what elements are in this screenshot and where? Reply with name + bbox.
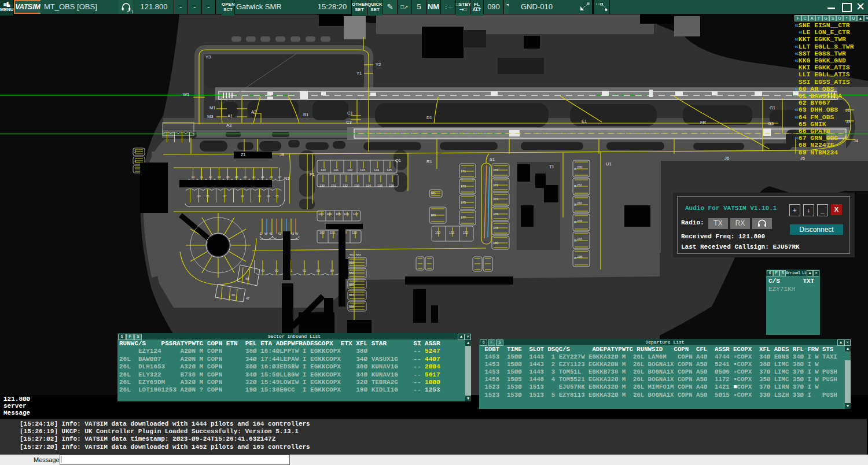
svg-text:143: 143 (360, 168, 365, 172)
svg-text:R: R (574, 167, 576, 171)
svg-text:R: R (574, 184, 576, 188)
svg-text:B1: B1 (303, 112, 308, 117)
svg-text:1: 1 (134, 159, 136, 163)
svg-text:110: 110 (352, 231, 357, 234)
svg-text:175: 175 (461, 201, 466, 204)
svg-text:131: 131 (331, 184, 336, 187)
svg-text:Q1: Q1 (395, 158, 401, 163)
svg-text:130: 130 (319, 184, 325, 187)
svg-text:17: 17 (223, 194, 227, 198)
svg-text:Y2: Y2 (376, 62, 381, 67)
svg-text:105: 105 (336, 212, 341, 216)
svg-text:47: 47 (246, 297, 249, 300)
svg-text:553: 553 (349, 261, 354, 264)
svg-text:235: 235 (577, 255, 582, 259)
svg-text:R: R (574, 203, 576, 206)
svg-text:172: 172 (493, 183, 498, 187)
svg-text:231: 231 (577, 183, 582, 187)
svg-text:189: 189 (431, 213, 436, 217)
svg-text:141: 141 (333, 168, 339, 172)
svg-text:G1: G1 (770, 105, 775, 110)
svg-text:41: 41 (269, 232, 273, 235)
svg-text:E: E (260, 232, 262, 235)
svg-text:20: 20 (244, 175, 247, 179)
svg-text:24: 24 (261, 175, 264, 179)
svg-text:46: 46 (231, 293, 235, 297)
svg-text:11: 11 (200, 175, 204, 179)
svg-text:53: 53 (317, 269, 320, 272)
svg-text:E1: E1 (582, 119, 587, 124)
svg-text:15: 15 (206, 194, 209, 198)
svg-text:145: 145 (387, 168, 392, 172)
svg-text:142: 142 (347, 168, 352, 172)
svg-text:173: 173 (461, 184, 466, 188)
svg-text:13: 13 (197, 194, 201, 198)
svg-text:102: 102 (319, 231, 325, 234)
svg-text:233: 233 (577, 219, 582, 223)
svg-text:177: 177 (461, 216, 466, 219)
svg-text:181: 181 (431, 191, 436, 195)
svg-text:21: 21 (258, 194, 262, 198)
svg-text:18: 18 (235, 175, 238, 179)
svg-text:135: 135 (377, 184, 382, 187)
svg-text:R: R (574, 220, 576, 224)
svg-text:25: 25 (275, 194, 279, 198)
svg-text:558: 558 (349, 305, 354, 308)
svg-text:G3: G3 (768, 121, 774, 126)
svg-text:150: 150 (435, 231, 440, 234)
svg-text:234: 234 (577, 237, 582, 241)
svg-text:554: 554 (349, 271, 354, 275)
svg-text:144: 144 (374, 168, 379, 172)
svg-text:Y3: Y3 (205, 54, 211, 60)
svg-text:50: 50 (275, 269, 278, 272)
svg-text:133: 133 (354, 184, 359, 187)
svg-text:A3: A3 (226, 123, 231, 128)
svg-text:176: 176 (493, 212, 498, 216)
svg-text:23: 23 (267, 194, 270, 198)
svg-text:48: 48 (245, 277, 249, 281)
svg-text:A1: A1 (227, 113, 233, 119)
svg-text:43: 43 (290, 232, 294, 235)
svg-text:R: R (574, 239, 576, 242)
svg-text:134: 134 (366, 184, 371, 187)
svg-text:132: 132 (343, 184, 348, 187)
svg-text:19: 19 (241, 194, 244, 198)
svg-text:A2: A2 (251, 109, 256, 115)
svg-text:42: 42 (278, 232, 281, 235)
svg-text:Y1: Y1 (356, 71, 362, 76)
svg-text:174: 174 (493, 197, 498, 201)
svg-text:152: 152 (463, 231, 468, 234)
svg-text:FR: FR (700, 120, 707, 125)
svg-text:J5: J5 (800, 156, 805, 161)
svg-text:16: 16 (226, 175, 230, 179)
svg-text:W: W (264, 232, 268, 235)
svg-text:106: 106 (344, 212, 349, 216)
svg-text:140: 140 (321, 168, 326, 172)
svg-text:557: 557 (349, 293, 354, 297)
svg-text:551 553: 551 553 (350, 253, 361, 257)
svg-text:555: 555 (349, 283, 354, 286)
svg-text:232: 232 (577, 201, 582, 205)
svg-text:27: 27 (278, 175, 282, 179)
svg-text:230: 230 (577, 165, 582, 169)
svg-text:178: 178 (493, 226, 498, 230)
svg-text:D1: D1 (426, 115, 432, 120)
svg-text:Z1: Z1 (241, 152, 246, 157)
svg-text:R: R (574, 256, 576, 260)
svg-text:10: 10 (192, 175, 195, 179)
svg-text:U1: U1 (606, 161, 612, 167)
svg-text:136: 136 (389, 184, 394, 187)
svg-text:103: 103 (318, 212, 323, 216)
svg-text:107: 107 (353, 212, 358, 216)
svg-text:49: 49 (261, 269, 264, 272)
svg-text:2: 2 (134, 150, 136, 153)
svg-text:S1: S1 (490, 157, 495, 162)
svg-text:52: 52 (303, 269, 306, 272)
svg-text:M1: M1 (209, 105, 215, 110)
svg-text:170: 170 (493, 168, 498, 172)
svg-text:14: 14 (218, 175, 221, 179)
svg-text:J8: J8 (279, 152, 284, 157)
svg-text:151: 151 (449, 231, 454, 234)
svg-text:22: 22 (252, 175, 256, 179)
svg-text:104: 104 (326, 212, 332, 216)
